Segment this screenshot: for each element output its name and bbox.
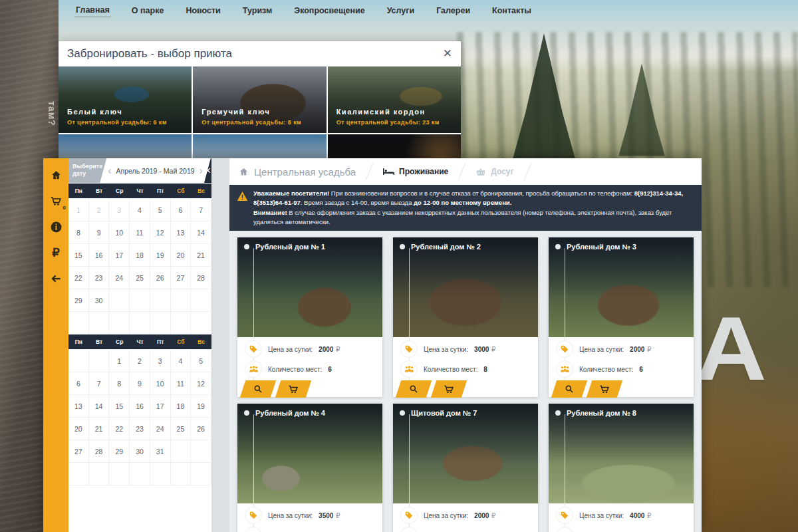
day-cell[interactable]: 6 bbox=[171, 199, 192, 221]
nav-item[interactable]: О парке bbox=[130, 3, 166, 17]
day-cell[interactable]: 14 bbox=[89, 395, 110, 418]
day-cell[interactable]: 9 bbox=[130, 372, 150, 395]
day-cell[interactable]: 26 bbox=[150, 267, 171, 289]
day-cell[interactable]: 27 bbox=[68, 440, 89, 463]
day-cell-empty bbox=[130, 312, 150, 334]
day-cell[interactable]: 19 bbox=[150, 244, 171, 267]
day-cell[interactable]: 14 bbox=[191, 221, 211, 244]
shelter-card[interactable]: Гремучий ключОт центральной усадьбы: 8 к… bbox=[193, 66, 326, 133]
day-cell[interactable]: 13 bbox=[171, 221, 192, 244]
nav-item[interactable]: Новости bbox=[184, 3, 221, 17]
day-cell[interactable]: 11 bbox=[130, 221, 150, 244]
datepicker-close-icon[interactable]: ✕ bbox=[204, 158, 211, 183]
day-cell[interactable]: 24 bbox=[150, 418, 171, 440]
shelter-card[interactable]: Белый ключОт центральной усадьбы: 6 км bbox=[59, 66, 192, 133]
day-cell[interactable]: 1 bbox=[68, 199, 89, 221]
day-cell[interactable]: 28 bbox=[191, 267, 211, 289]
day-cell[interactable]: 16 bbox=[89, 244, 110, 267]
add-to-cart-button[interactable] bbox=[275, 380, 311, 398]
nav-item[interactable]: Туризм bbox=[241, 3, 273, 17]
day-cell[interactable]: 21 bbox=[191, 244, 211, 267]
ruble-icon[interactable]: ₽ bbox=[48, 245, 64, 261]
day-cell[interactable]: 25 bbox=[171, 418, 192, 440]
day-cell[interactable]: 6 bbox=[68, 372, 89, 395]
chevron-left-icon[interactable]: ‹ bbox=[106, 166, 112, 176]
day-cell[interactable]: 28 bbox=[89, 440, 110, 463]
day-cell[interactable]: 11 bbox=[171, 372, 192, 395]
day-cell[interactable]: 13 bbox=[68, 395, 89, 418]
price-row: Цена за сутки:2000 ₽ bbox=[393, 505, 538, 525]
day-cell[interactable]: 2 bbox=[130, 350, 150, 372]
day-cell[interactable]: 23 bbox=[89, 267, 110, 289]
day-cell[interactable]: 24 bbox=[109, 267, 130, 289]
close-icon[interactable]: ✕ bbox=[443, 48, 452, 59]
nav-item[interactable]: Экопросвещение bbox=[293, 3, 366, 17]
day-cell[interactable]: 5 bbox=[191, 350, 211, 372]
day-cell[interactable]: 17 bbox=[150, 395, 171, 418]
day-cell[interactable]: 30 bbox=[130, 440, 150, 463]
view-button[interactable] bbox=[396, 380, 432, 398]
add-to-cart-button[interactable] bbox=[587, 380, 622, 398]
day-cell[interactable]: 12 bbox=[150, 221, 171, 244]
day-cell[interactable]: 4 bbox=[130, 199, 150, 221]
day-cell[interactable]: 7 bbox=[191, 199, 211, 221]
card-info: Цена за сутки:3000 ₽Количество мест:8 bbox=[393, 337, 538, 402]
day-cell[interactable]: 4 bbox=[171, 350, 192, 372]
day-cell[interactable]: 18 bbox=[130, 244, 150, 267]
nav-item[interactable]: Контакты bbox=[491, 3, 533, 17]
nav-item[interactable]: Галереи bbox=[435, 3, 471, 17]
shelter-grid: Белый ключОт центральной усадьбы: 6 кмГр… bbox=[59, 66, 461, 133]
day-cell[interactable]: 23 bbox=[130, 418, 150, 440]
capacity-row: Количество мест:6 bbox=[549, 359, 694, 379]
tab-accommodation[interactable]: Проживание bbox=[383, 167, 448, 176]
day-cell[interactable]: 16 bbox=[130, 395, 150, 418]
day-cell[interactable]: 18 bbox=[171, 395, 192, 418]
day-cell[interactable]: 15 bbox=[68, 244, 89, 267]
weekday-label: Пн bbox=[68, 338, 89, 345]
nav-item[interactable]: Главная bbox=[74, 3, 111, 17]
view-button[interactable] bbox=[551, 380, 587, 398]
day-cell[interactable]: 22 bbox=[68, 267, 89, 289]
day-cell[interactable]: 30 bbox=[89, 289, 110, 312]
cart-icon[interactable]: 0 bbox=[48, 193, 64, 209]
day-cell[interactable]: 25 bbox=[130, 267, 150, 289]
day-cell[interactable]: 10 bbox=[109, 221, 130, 244]
day-cell[interactable]: 29 bbox=[109, 440, 130, 463]
day-cell[interactable]: 22 bbox=[109, 418, 130, 440]
info-icon[interactable] bbox=[48, 219, 64, 235]
nav-item[interactable]: Услуги bbox=[386, 3, 416, 17]
view-button[interactable] bbox=[240, 380, 276, 398]
day-cell[interactable]: 17 bbox=[109, 244, 130, 267]
day-cell[interactable]: 7 bbox=[89, 372, 110, 395]
day-cell[interactable]: 29 bbox=[68, 289, 89, 312]
day-cell[interactable]: 10 bbox=[150, 372, 171, 395]
day-cell[interactable]: 19 bbox=[191, 395, 211, 418]
day-cell[interactable]: 21 bbox=[89, 418, 110, 440]
day-cell[interactable]: 27 bbox=[171, 267, 192, 289]
day-cell[interactable]: 3 bbox=[109, 199, 130, 221]
day-cell[interactable]: 20 bbox=[68, 418, 89, 440]
day-cell[interactable]: 31 bbox=[150, 440, 171, 463]
home-icon[interactable] bbox=[48, 167, 64, 183]
day-cell[interactable]: 8 bbox=[109, 372, 130, 395]
card-info: Цена за сутки:2000 ₽Количество мест:6 bbox=[393, 503, 538, 532]
day-cell[interactable]: 20 bbox=[171, 244, 192, 267]
day-cell[interactable]: 3 bbox=[150, 350, 171, 372]
day-cell[interactable]: 5 bbox=[150, 199, 171, 221]
price-row: Цена за сутки:3000 ₽ bbox=[393, 339, 538, 359]
day-cell[interactable]: 26 bbox=[191, 418, 211, 440]
breadcrumb[interactable]: Центральная усадьба bbox=[239, 166, 356, 178]
chevron-right-icon[interactable]: › bbox=[198, 166, 204, 176]
add-to-cart-button[interactable] bbox=[431, 380, 467, 398]
shelter-card[interactable]: Киалимский кордонОт центральной усадьбы:… bbox=[328, 66, 461, 133]
day-cell-empty bbox=[130, 463, 150, 485]
day-cell[interactable]: 15 bbox=[109, 395, 130, 418]
day-cell[interactable]: 8 bbox=[68, 221, 89, 244]
day-cell[interactable]: 2 bbox=[89, 199, 110, 221]
back-icon[interactable] bbox=[48, 271, 64, 287]
tab-leisure[interactable]: Досуг bbox=[475, 167, 513, 176]
day-cell[interactable]: 12 bbox=[191, 372, 211, 395]
cart-count-badge: 0 bbox=[63, 205, 66, 211]
day-cell[interactable]: 1 bbox=[109, 350, 130, 372]
day-cell[interactable]: 9 bbox=[89, 221, 110, 244]
